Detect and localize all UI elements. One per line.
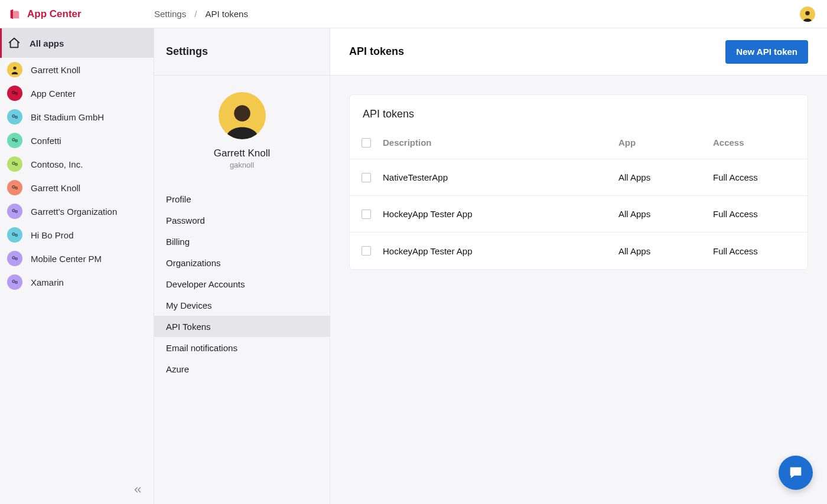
svg-point-7 [15, 140, 17, 142]
rail-item[interactable]: Hi Bo Prod [0, 223, 154, 247]
svg-point-15 [15, 234, 17, 236]
svg-point-6 [12, 139, 15, 141]
brand[interactable]: App Center [0, 0, 154, 28]
rail-item[interactable]: Garrett's Organization [0, 199, 154, 223]
org-icon [7, 274, 22, 290]
settings-nav-item[interactable]: Password [154, 210, 330, 231]
org-icon [7, 180, 22, 195]
svg-point-1 [13, 67, 16, 70]
col-access: Access [713, 138, 808, 148]
rail-item-label: Confetti [31, 136, 61, 146]
content-body: API tokens Description App Access Native… [330, 76, 827, 289]
profile-username: gaknoll [230, 161, 254, 169]
rail-item-label: App Center [31, 89, 76, 99]
rail-item[interactable]: Contoso, Inc. [0, 152, 154, 176]
settings-nav-item[interactable]: Email notifications [154, 337, 330, 358]
rail-item-label: Bit Stadium GmbH [31, 112, 104, 122]
breadcrumb-root[interactable]: Settings [154, 9, 186, 19]
rail-item-label: Xamarin [31, 277, 64, 287]
svg-point-19 [15, 282, 17, 283]
profile-card: Garrett Knoll gaknoll [154, 76, 330, 180]
cell-app: All Apps [618, 172, 713, 182]
settings-nav-item[interactable]: API Tokens [154, 316, 330, 337]
help-chat-button[interactable] [779, 456, 813, 490]
cell-access: Full Access [713, 246, 808, 256]
rail-item-label: Garrett Knoll [31, 183, 80, 193]
new-api-token-button[interactable]: New API token [725, 40, 808, 64]
svg-point-17 [15, 258, 17, 260]
svg-point-13 [15, 211, 17, 212]
page-title: API tokens [349, 45, 725, 58]
cell-description: HockeyApp Tester App [383, 209, 618, 219]
brand-name: App Center [27, 8, 82, 20]
rail-item[interactable]: Xamarin [0, 270, 154, 294]
rail-item-label: Hi Bo Prod [31, 230, 74, 240]
main-header: API tokens New API token [330, 28, 827, 76]
org-icon [7, 133, 22, 148]
org-icon [7, 156, 22, 172]
svg-point-2 [12, 91, 15, 94]
profile-avatar [219, 92, 266, 139]
rail-all-apps[interactable]: All apps [0, 28, 154, 58]
home-icon [7, 36, 21, 50]
svg-point-10 [12, 186, 15, 188]
org-icon [7, 227, 22, 243]
cell-description: HockeyApp Tester App [383, 246, 618, 256]
table-row[interactable]: HockeyApp Tester AppAll AppsFull Access [350, 196, 808, 233]
settings-header: Settings [154, 28, 330, 76]
settings-nav-item[interactable]: Billing [154, 231, 330, 252]
breadcrumb-separator: / [194, 9, 197, 19]
main-pane: API tokens New API token API tokens Desc… [330, 28, 827, 504]
table-row[interactable]: HockeyApp Tester AppAll AppsFull Access [350, 233, 808, 269]
apps-rail: All apps Garrett KnollApp CenterBit Stad… [0, 28, 154, 504]
row-checkbox[interactable] [362, 246, 371, 256]
cell-app: All Apps [618, 246, 713, 256]
svg-point-16 [12, 257, 15, 259]
person-icon [223, 100, 262, 139]
rail-item[interactable]: Bit Stadium GmbH [0, 105, 154, 129]
row-checkbox[interactable] [362, 210, 371, 219]
settings-nav-item[interactable]: Profile [154, 188, 330, 210]
rail-item-label: Mobile Center PM [31, 254, 102, 264]
current-user-avatar[interactable] [800, 6, 815, 22]
settings-nav: ProfilePasswordBillingOrganizationsDevel… [154, 180, 330, 379]
svg-point-8 [12, 162, 15, 165]
rail-all-apps-label: All apps [30, 38, 64, 48]
svg-point-4 [12, 115, 15, 117]
select-all-checkbox[interactable] [362, 138, 371, 148]
rail-item[interactable]: Confetti [0, 129, 154, 152]
breadcrumb-current: API tokens [205, 9, 248, 19]
col-app: App [618, 138, 713, 148]
tokens-table-header: Description App Access [350, 126, 808, 159]
chevron-double-left-icon [132, 485, 143, 495]
settings-nav-item[interactable]: Azure [154, 358, 330, 379]
org-icon [7, 251, 22, 266]
rail-item[interactable]: App Center [0, 81, 154, 105]
profile-name: Garrett Knoll [214, 148, 270, 159]
rail-item[interactable]: Garrett Knoll [0, 58, 154, 81]
settings-nav-item[interactable]: My Devices [154, 294, 330, 316]
rail-item-label: Garrett Knoll [31, 65, 80, 75]
cell-access: Full Access [713, 172, 808, 182]
rail-collapse[interactable] [0, 476, 154, 504]
org-icon [7, 109, 22, 125]
svg-point-18 [12, 280, 15, 283]
svg-point-5 [15, 116, 17, 118]
settings-nav-item[interactable]: Organizations [154, 252, 330, 273]
row-checkbox[interactable] [362, 173, 371, 182]
cell-description: NativeTesterApp [383, 172, 618, 182]
svg-point-12 [12, 210, 15, 212]
cell-app: All Apps [618, 209, 713, 219]
rail-item[interactable]: Mobile Center PM [0, 247, 154, 270]
settings-sidebar: Settings Garrett Knoll gaknoll ProfilePa… [154, 28, 330, 504]
svg-point-3 [15, 93, 17, 94]
svg-point-20 [234, 105, 250, 122]
chat-icon [787, 464, 804, 481]
svg-point-11 [15, 187, 17, 189]
rail-item[interactable]: Garrett Knoll [0, 176, 154, 199]
appcenter-logo-icon [8, 8, 21, 21]
table-row[interactable]: NativeTesterAppAll AppsFull Access [350, 159, 808, 196]
tokens-card-title: API tokens [350, 95, 808, 126]
settings-nav-item[interactable]: Developer Accounts [154, 273, 330, 294]
settings-title: Settings [166, 45, 208, 58]
